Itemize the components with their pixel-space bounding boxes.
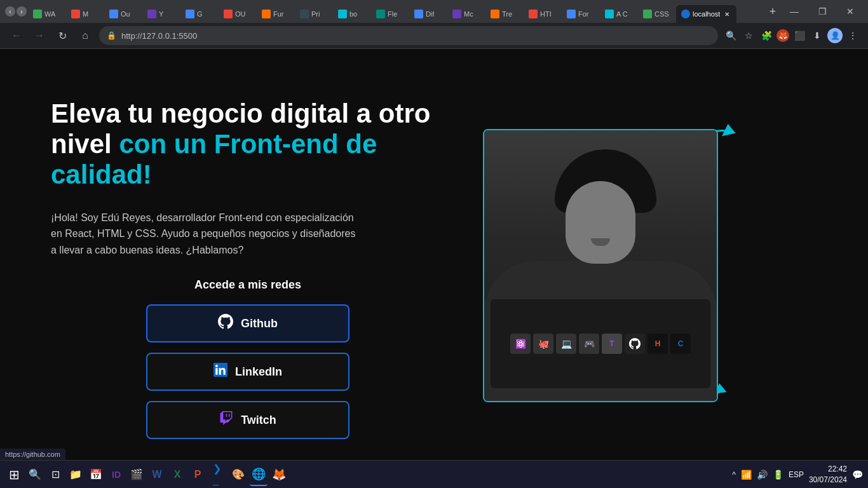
maximize-button[interactable]: ❒ xyxy=(810,2,835,21)
address-input[interactable]: 🔒 http://127.0.0.1:5500 xyxy=(99,26,718,45)
profile-avatar[interactable]: 👤 xyxy=(827,28,843,43)
folder-icon: 📁 xyxy=(69,468,82,480)
taskbar-vscode[interactable]: ❯_ xyxy=(209,463,227,486)
browser-tab-dif[interactable]: Dif xyxy=(409,5,447,23)
chrome-icon: 🌐 xyxy=(252,467,266,481)
taskbar-clock[interactable]: 22:42 30/07/2024 xyxy=(809,464,847,485)
taskbar-powerpoint[interactable]: P xyxy=(189,463,207,486)
linkedin-button[interactable]: LinkedIn xyxy=(146,353,349,391)
address-bar: ← → ↻ ⌂ 🔒 http://127.0.0.1:5500 🔍 ☆ 🧩 🦊 … xyxy=(0,23,868,48)
taskbar-chrome[interactable]: 🌐 xyxy=(250,463,268,486)
tray-up-icon[interactable]: ^ xyxy=(732,470,736,479)
tab-bar: ‹ › WA M Ou Y G xyxy=(0,0,868,23)
id-icon: ID xyxy=(112,470,121,480)
twitch-button[interactable]: Twitch xyxy=(146,401,349,439)
vscode-icon: ❯_ xyxy=(213,463,223,486)
lock-icon: 🔒 xyxy=(107,31,116,40)
browser-tab-whatsapp[interactable]: WA xyxy=(28,5,66,23)
language-indicator[interactable]: ESP xyxy=(789,470,804,479)
social-buttons: Github LinkedIn Twitc xyxy=(51,304,445,439)
taskbar-system-tray: ^ 📶 🔊 🔋 ESP 22:42 30/07/2024 💬 xyxy=(732,464,863,485)
taskbar-start-button[interactable]: ⊞ xyxy=(5,463,24,486)
browser-tab-css[interactable]: CSS xyxy=(638,5,676,23)
linkedin-label: LinkedIn xyxy=(235,365,282,379)
clapper-icon: 🎬 xyxy=(130,468,143,480)
minimize-button[interactable]: — xyxy=(782,2,807,21)
browser-tab-bo[interactable]: bo xyxy=(333,5,371,23)
address-text: http://127.0.0.1:5500 xyxy=(121,31,710,41)
left-section: Eleva tu negocio digital a otro nivel co… xyxy=(51,98,445,440)
browser-tab-hti[interactable]: HTI xyxy=(524,5,562,23)
status-bar: https://github.com xyxy=(0,449,65,460)
sticker-html: H xyxy=(648,334,668,354)
sticker-twitch: T xyxy=(602,334,622,354)
taskbar-search[interactable]: 🔍 xyxy=(26,463,44,486)
taskbar-clipchamp[interactable]: 🎬 xyxy=(128,463,146,486)
browser-tab-outlook[interactable]: Ou xyxy=(104,5,142,23)
taskbar-excel[interactable]: X xyxy=(168,463,186,486)
face xyxy=(566,181,635,264)
zoom-button[interactable]: 🔍 xyxy=(723,28,738,43)
browser-tab-google[interactable]: G xyxy=(180,5,219,23)
download-button[interactable]: ⬇ xyxy=(810,28,825,43)
speaker-icon[interactable]: 🔊 xyxy=(757,470,768,480)
github-label: Github xyxy=(241,317,278,330)
search-icon: 🔍 xyxy=(29,468,41,480)
taskbar-firefox[interactable]: 🦊 xyxy=(270,463,288,486)
twitch-icon xyxy=(219,411,233,429)
menu-button[interactable]: ⋮ xyxy=(845,28,860,43)
browser-tab-mc[interactable]: Mc xyxy=(447,5,485,23)
home-button[interactable]: ⌂ xyxy=(76,27,94,44)
sticker-2: 🐙 xyxy=(533,334,553,354)
new-tab-button[interactable]: + xyxy=(765,4,780,19)
taskbar-task-view[interactable]: ⊡ xyxy=(46,463,64,486)
browser-tab-gmail[interactable]: M xyxy=(66,5,104,23)
browser-tab-tre[interactable]: Tre xyxy=(485,5,524,23)
tab-scroll-forward[interactable]: › xyxy=(17,6,27,17)
address-right-icons: 🔍 ☆ 🧩 🦊 ⬛ ⬇ 👤 ⋮ xyxy=(723,28,860,43)
close-button[interactable]: ✕ xyxy=(837,2,863,21)
tab-scroll-back[interactable]: ‹ xyxy=(5,6,15,17)
browser-tab-for[interactable]: For xyxy=(562,5,600,23)
browser-tab-pri[interactable]: Pri xyxy=(295,5,333,23)
taskbar-time-value: 22:42 xyxy=(809,464,847,475)
windows-icon: ⊞ xyxy=(9,467,20,482)
description-text: ¡Hola! Soy Edú Reyes, desarrollador Fron… xyxy=(51,210,356,259)
taskbar-file-explorer[interactable]: 📁 xyxy=(67,463,85,486)
browser-tab-fur[interactable]: Fur xyxy=(257,5,295,23)
sticker-github xyxy=(625,334,645,354)
taskbar-onenote[interactable]: ID xyxy=(107,463,125,486)
browser-tab-yahoo[interactable]: Y xyxy=(142,5,180,23)
reload-button[interactable]: ↻ xyxy=(53,27,71,44)
browser-chrome: ‹ › WA M Ou Y G xyxy=(0,0,868,49)
browser-tab-active[interactable]: localhost ✕ xyxy=(676,5,736,23)
figma-icon: 🎨 xyxy=(232,468,245,480)
github-button[interactable]: Github xyxy=(146,304,349,342)
taskbar-calendar[interactable]: 📅 xyxy=(87,463,105,486)
network-icon[interactable]: 📶 xyxy=(741,470,752,480)
twitch-label: Twitch xyxy=(241,414,276,427)
browser-tab-ou[interactable]: OU xyxy=(219,5,257,23)
word-icon: W xyxy=(152,469,161,480)
extensions-button[interactable]: 🧩 xyxy=(759,28,774,43)
tabs-container: WA M Ou Y G OU xyxy=(28,0,761,23)
right-section: ⚛️ 🐙 💻 🎮 T H C xyxy=(483,129,724,409)
photo-container: ⚛️ 🐙 💻 🎮 T H C xyxy=(484,130,717,401)
bookmark-button[interactable]: ☆ xyxy=(741,28,756,43)
battery-icon[interactable]: 🔋 xyxy=(773,470,783,480)
forward-button[interactable]: → xyxy=(31,27,48,44)
browser-tab-fle[interactable]: Fle xyxy=(371,5,409,23)
taskbar-figma[interactable]: 🎨 xyxy=(229,463,247,486)
notification-icon[interactable]: 💬 xyxy=(852,470,863,480)
sticker-4: 🎮 xyxy=(579,334,599,354)
status-url: https://github.com xyxy=(5,451,60,458)
firefox-icon: 🦊 xyxy=(776,29,789,42)
taskbar-word[interactable]: W xyxy=(148,463,166,486)
extensions-icon[interactable]: ⬛ xyxy=(792,28,807,43)
back-button[interactable]: ← xyxy=(8,27,25,44)
ppt-icon: P xyxy=(194,469,201,480)
tab-close-button[interactable]: ✕ xyxy=(722,10,731,18)
browser-tab-ac[interactable]: A C xyxy=(600,5,638,23)
sticker-css: C xyxy=(670,334,691,354)
linkedin-icon xyxy=(214,363,227,381)
